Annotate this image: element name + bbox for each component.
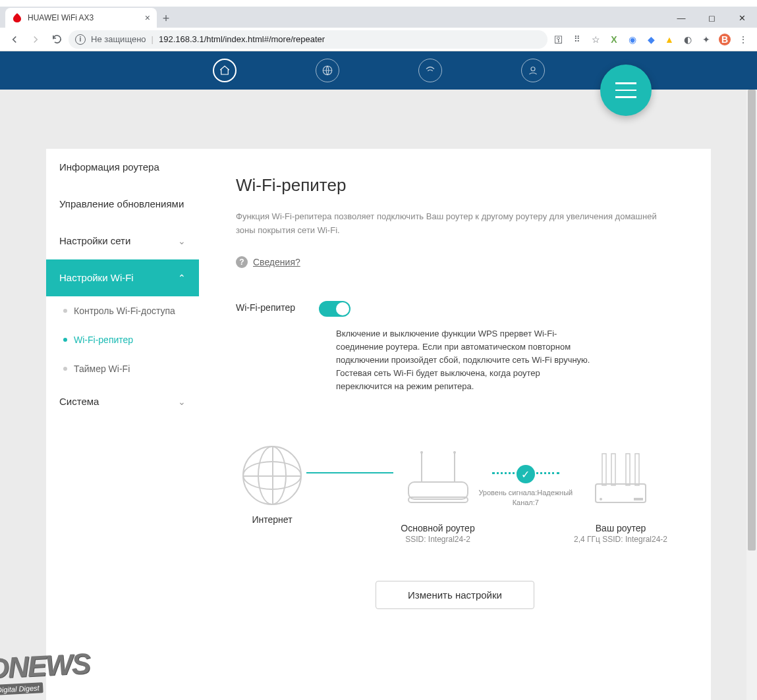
sidebar-sub-repeater[interactable]: Wi-Fi-репитер: [46, 325, 199, 354]
menu-icon[interactable]: ⋮: [737, 34, 749, 45]
ext-x-icon[interactable]: X: [608, 34, 620, 45]
svg-point-1: [531, 67, 535, 71]
scrollbar[interactable]: [746, 90, 757, 700]
page-title: Wi-Fi-репитер: [236, 175, 674, 196]
ext-flame-icon[interactable]: ▲: [663, 34, 675, 45]
key-icon[interactable]: ⚿: [553, 34, 565, 45]
globe-icon: [242, 446, 302, 505]
sidebar-item-wifi[interactable]: Настройки Wi-Fi⌃: [46, 259, 199, 296]
profile-avatar[interactable]: В: [719, 34, 731, 45]
svg-rect-8: [602, 454, 606, 485]
back-button[interactable]: [5, 30, 24, 49]
not-secure-label: Не защищено: [91, 34, 146, 44]
info-icon[interactable]: i: [75, 34, 86, 45]
window-minimize-button[interactable]: —: [666, 8, 696, 28]
router-icon: [399, 446, 478, 512]
change-settings-button[interactable]: Изменить настройки: [376, 581, 534, 609]
sidebar-sub-access[interactable]: Контроль Wi-Fi-доступа: [46, 296, 199, 325]
question-icon: ?: [236, 256, 248, 268]
tab-title: HUAWEI WiFi AX3: [28, 13, 94, 22]
link-dotted: ✓: [492, 472, 560, 474]
new-tab-button[interactable]: +: [157, 9, 175, 28]
chevron-up-icon: ⌃: [178, 273, 186, 283]
nav-wifi-icon[interactable]: [418, 59, 442, 82]
nav-home-icon[interactable]: [213, 59, 237, 82]
svg-rect-14: [634, 498, 643, 500]
chevron-down-icon: ⌄: [178, 236, 186, 246]
reload-button[interactable]: [47, 30, 66, 49]
page-description: Функция Wi-Fi-репитера позволяет подключ…: [236, 210, 674, 238]
close-icon[interactable]: ×: [145, 13, 150, 23]
router-top-nav: [0, 51, 757, 90]
forward-button[interactable]: [26, 30, 45, 49]
svg-rect-9: [611, 454, 615, 485]
sidebar-item-router-info[interactable]: Информация роутера: [46, 149, 199, 186]
hamburger-menu[interactable]: [600, 65, 652, 116]
extensions-icon[interactable]: ✦: [700, 34, 712, 45]
scrollbar-thumb[interactable]: [748, 90, 756, 551]
ext-circle-icon[interactable]: ◐: [682, 34, 694, 45]
svg-point-5: [453, 451, 456, 454]
repeater-toggle-label: Wi-Fi-репитер: [236, 301, 295, 313]
translate-icon[interactable]: ⠿: [571, 34, 583, 45]
node-your-router: Ваш роутер 2,4 ГГц SSID: Integral24-2: [574, 446, 667, 544]
check-icon: ✓: [517, 465, 535, 483]
svg-rect-10: [626, 454, 630, 485]
node-internet: Интернет: [242, 446, 302, 525]
svg-rect-11: [635, 454, 639, 485]
topology-diagram: Интернет Основной роутер SSID: Integral2…: [236, 446, 674, 544]
star-icon[interactable]: ☆: [590, 34, 602, 45]
huawei-icon: [12, 13, 22, 23]
chevron-down-icon: ⌄: [178, 396, 186, 407]
repeater-toggle[interactable]: [319, 301, 350, 317]
toggle-description: Включение и выключение функции WPS прерв…: [336, 327, 593, 394]
details-link[interactable]: Сведения?: [253, 257, 300, 267]
nav-user-icon[interactable]: [521, 59, 545, 82]
sidebar-item-system[interactable]: Система⌄: [46, 383, 199, 420]
browser-tab[interactable]: HUAWEI WiFi AX3 ×: [5, 8, 157, 28]
svg-point-13: [600, 498, 602, 500]
window-maximize-button[interactable]: ◻: [696, 8, 727, 28]
browser-toolbar: i Не защищено | 192.168.3.1/html/index.h…: [0, 28, 757, 51]
sidebar-item-updates[interactable]: Управление обновлениями: [46, 186, 199, 223]
link-line: [306, 472, 393, 473]
sidebar-item-network[interactable]: Настройки сети⌄: [46, 223, 199, 259]
ext-diamond-icon[interactable]: ◆: [645, 34, 657, 45]
address-bar[interactable]: i Не защищено | 192.168.3.1/html/index.h…: [69, 30, 547, 49]
sidebar-sub-timer[interactable]: Таймер Wi-Fi: [46, 354, 199, 383]
window-close-button[interactable]: ✕: [727, 8, 757, 28]
tab-strip: HUAWEI WiFi AX3 × + — ◻ ✕: [0, 7, 757, 28]
url-text: 192.168.3.1/html/index.html#/more/repeat…: [159, 34, 325, 44]
signal-info: Уровень сигнала:Надежный Канал:7: [478, 488, 575, 507]
router-icon: [581, 446, 660, 512]
sidebar: Информация роутера Управление обновления…: [46, 149, 199, 700]
nav-internet-icon[interactable]: [316, 59, 339, 82]
main-panel: Wi-Fi-репитер Функция Wi-Fi-репитера поз…: [199, 149, 711, 700]
shield-icon[interactable]: ◉: [627, 34, 638, 45]
node-main-router: Основной роутер SSID: Integral24-2: [399, 446, 478, 544]
watermark: 3DNEWS Daily Digital Digest: [0, 647, 91, 696]
svg-point-3: [420, 451, 423, 454]
